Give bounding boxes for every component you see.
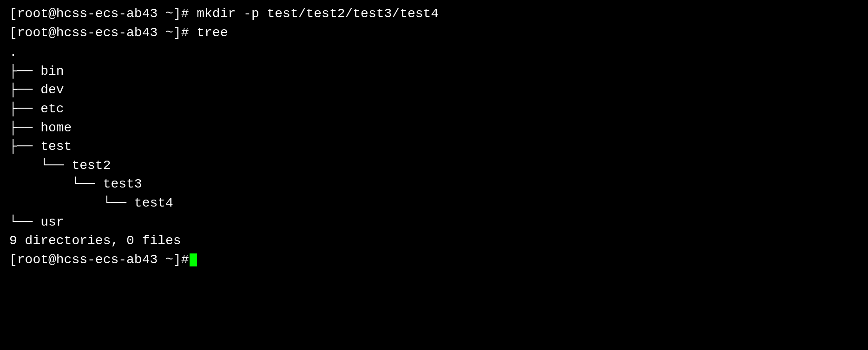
command-tree: [root@hcss-ecs-ab43 ~]# tree — [9, 24, 859, 43]
summary-line: 9 directories, 0 files — [9, 232, 859, 251]
tree-test3: └── test3 — [9, 175, 859, 194]
final-prompt-text: [root@hcss-ecs-ab43 ~]# — [9, 251, 189, 270]
command-mkdir: [root@hcss-ecs-ab43 ~]# mkdir -p test/te… — [9, 5, 859, 24]
tree-etc: ├── etc — [9, 100, 859, 119]
tree-usr: └── usr — [9, 213, 859, 232]
tree-test2: └── test2 — [9, 156, 859, 175]
tree-test: ├── test — [9, 137, 859, 156]
tree-test4: └── test4 — [9, 194, 859, 213]
final-prompt-line: [root@hcss-ecs-ab43 ~]# — [9, 251, 859, 270]
tree-bin: ├── bin — [9, 62, 859, 81]
terminal: [root@hcss-ecs-ab43 ~]# mkdir -p test/te… — [9, 5, 859, 345]
cursor — [190, 253, 197, 266]
tree-root-dot: . — [9, 43, 859, 62]
tree-dev: ├── dev — [9, 81, 859, 100]
tree-home: ├── home — [9, 119, 859, 138]
